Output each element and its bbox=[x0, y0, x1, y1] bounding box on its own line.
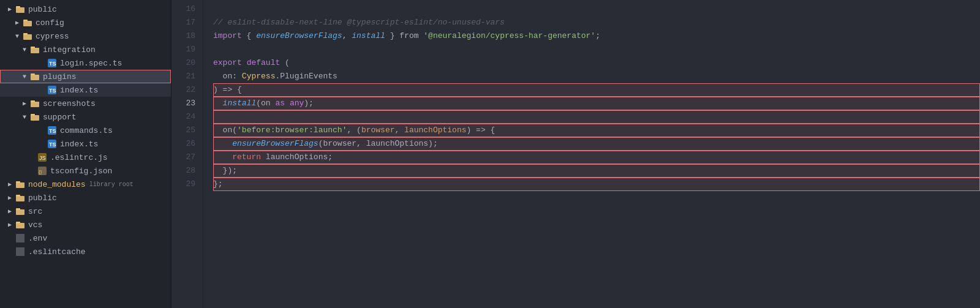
tree-item-.eslintcache[interactable]: .eslintcache bbox=[0, 245, 171, 258]
code-line: return launchOptions; bbox=[213, 151, 980, 164]
file-icon bbox=[22, 31, 33, 41]
svg-rect-32 bbox=[16, 223, 24, 228]
token bbox=[419, 29, 424, 43]
token: 'before:browser:launch' bbox=[237, 124, 347, 137]
svg-rect-17 bbox=[31, 114, 35, 116]
tree-item-label: config bbox=[36, 18, 64, 28]
token: install bbox=[223, 97, 257, 110]
token bbox=[271, 97, 276, 110]
tree-item-support[interactable]: ▼support bbox=[0, 110, 171, 124]
tree-item-public-root[interactable]: ▶public bbox=[0, 2, 171, 16]
token: launchOptions; bbox=[261, 151, 333, 164]
token: ) => { bbox=[213, 83, 242, 97]
code-line: install(on as any); bbox=[213, 97, 980, 110]
tree-item-.eslintrc.js[interactable]: JS.eslintrc.js bbox=[0, 151, 171, 164]
tree-item-tsconfig.json[interactable]: {}tsconfig.json bbox=[0, 164, 171, 178]
tree-item-index.ts[interactable]: TSindex.ts bbox=[0, 83, 171, 97]
tree-item-vcs[interactable]: ▶vcs bbox=[0, 218, 171, 231]
token: Cypress bbox=[242, 70, 276, 83]
svg-rect-4 bbox=[23, 34, 32, 40]
tree-item-label: node_modules bbox=[28, 180, 86, 189]
svg-rect-31 bbox=[16, 208, 20, 210]
tree-item-screenshots[interactable]: ▶screenshots bbox=[0, 97, 171, 110]
file-icon: TS bbox=[47, 59, 58, 67]
tree-item-label: support bbox=[43, 113, 77, 122]
token: launchOptions bbox=[404, 124, 466, 137]
tree-item-label: .eslintrc.js bbox=[50, 153, 108, 162]
tree-item-plugins[interactable]: ▼plugins bbox=[0, 70, 171, 83]
tree-item-node_modules[interactable]: ▶node_moduleslibrary root bbox=[0, 178, 171, 191]
token: .PluginEvents bbox=[275, 70, 337, 83]
code-line: import { ensureBrowserFlags, install } f… bbox=[213, 29, 980, 43]
token bbox=[242, 56, 247, 70]
token: ( bbox=[280, 56, 290, 70]
file-icon: {} bbox=[37, 167, 48, 175]
line-number: 17 bbox=[172, 16, 195, 29]
token: ensureBrowserFlags bbox=[232, 137, 318, 151]
token bbox=[213, 151, 232, 164]
chevron-icon: ▼ bbox=[20, 73, 29, 80]
token: ; bbox=[595, 29, 600, 43]
file-icon: TS bbox=[47, 86, 58, 94]
tree-item-support-index.ts[interactable]: TSindex.ts bbox=[0, 137, 171, 151]
line-number: 19 bbox=[172, 43, 195, 56]
file-icon bbox=[15, 193, 26, 203]
svg-rect-15 bbox=[31, 100, 35, 102]
chevron-icon: ▶ bbox=[5, 221, 15, 228]
line-number: 22 bbox=[172, 83, 195, 97]
file-icon: TS bbox=[47, 126, 58, 135]
line-number: 26 bbox=[172, 137, 195, 151]
svg-text:TS: TS bbox=[49, 141, 56, 148]
line-number: 20 bbox=[172, 56, 195, 70]
code-line bbox=[213, 43, 980, 56]
tree-item-public2[interactable]: ▶public bbox=[0, 191, 171, 205]
svg-text:TS: TS bbox=[49, 88, 56, 94]
token: any bbox=[290, 97, 304, 110]
file-icon bbox=[15, 179, 26, 189]
code-line: }; bbox=[213, 178, 980, 191]
svg-rect-30 bbox=[16, 209, 24, 215]
svg-rect-3 bbox=[23, 20, 28, 21]
tree-item-label: index.ts bbox=[60, 86, 98, 95]
token: , bbox=[342, 29, 352, 43]
svg-rect-33 bbox=[16, 222, 20, 223]
code-line: on('before:browser:launch', (browser, la… bbox=[213, 124, 980, 137]
tree-item-config[interactable]: ▶config bbox=[0, 16, 171, 29]
token: on bbox=[213, 70, 232, 83]
svg-rect-14 bbox=[31, 102, 39, 107]
file-icon bbox=[15, 206, 26, 216]
chevron-icon: ▼ bbox=[20, 47, 29, 53]
token: launchOptions bbox=[366, 137, 428, 151]
token: as bbox=[275, 97, 285, 110]
chevron-icon: ▶ bbox=[20, 100, 29, 107]
tree-item-label: cypress bbox=[36, 32, 69, 41]
code-line: }); bbox=[213, 164, 980, 178]
token: ); bbox=[304, 97, 314, 110]
line-number: 24 bbox=[172, 110, 195, 124]
tree-item-cypress[interactable]: ▼cypress bbox=[0, 29, 171, 43]
tree-item-commands.ts[interactable]: TScommands.ts bbox=[0, 124, 171, 137]
token: import bbox=[213, 29, 242, 43]
token: ); bbox=[428, 137, 438, 151]
tree-item-label: plugins bbox=[43, 72, 77, 81]
token bbox=[213, 137, 232, 151]
svg-rect-1 bbox=[16, 6, 20, 8]
code-content[interactable]: // eslint-disable-next-line @typescript-… bbox=[203, 0, 980, 308]
file-tree[interactable]: ▶public▶config▼cypress▼integrationTSlogi… bbox=[0, 0, 172, 308]
svg-rect-6 bbox=[31, 48, 39, 53]
tree-item-label: public bbox=[28, 5, 57, 14]
tree-item-login.spec.ts[interactable]: TSlogin.spec.ts bbox=[0, 56, 171, 70]
svg-text:TS: TS bbox=[49, 128, 56, 134]
token: : bbox=[232, 70, 242, 83]
token: ) => { bbox=[467, 124, 496, 137]
tree-item-integration[interactable]: ▼integration bbox=[0, 43, 171, 56]
tree-item-src[interactable]: ▶src bbox=[0, 205, 171, 218]
token: ( bbox=[318, 137, 323, 151]
line-number: 23 bbox=[172, 97, 195, 110]
file-icon bbox=[29, 72, 40, 81]
chevron-icon: ▼ bbox=[20, 114, 29, 121]
svg-rect-10 bbox=[31, 75, 39, 80]
line-number: 29 bbox=[172, 178, 195, 191]
code-line: ensureBrowserFlags(browser, launchOption… bbox=[213, 137, 980, 151]
tree-item-.env[interactable]: .env bbox=[0, 231, 171, 245]
